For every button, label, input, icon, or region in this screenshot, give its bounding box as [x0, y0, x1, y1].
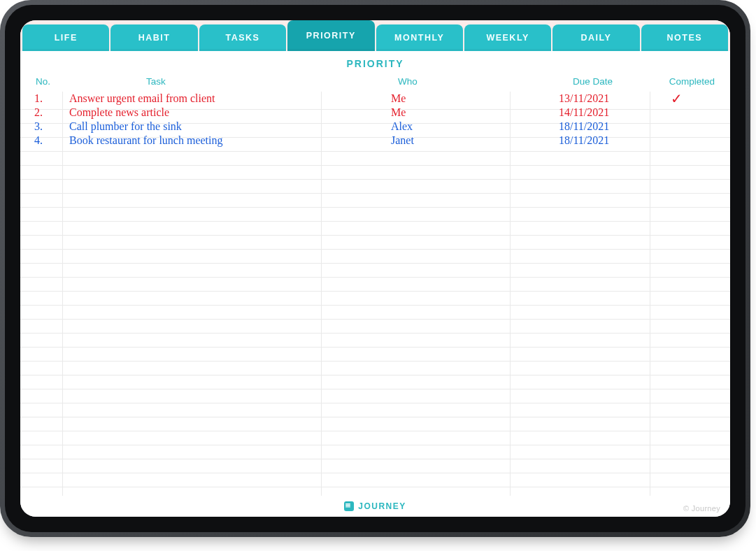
column-divider — [321, 92, 322, 496]
cell-due: 18/11/2021 — [559, 134, 609, 148]
page-body: PRIORITY No. Task Who Due Date Completed — [20, 51, 730, 517]
ipad-bezel: LIFE HABIT TASKS PRIORITY MONTHLY WEEKLY… — [5, 5, 746, 532]
tab-label: PRIORITY — [306, 31, 356, 41]
task-rows: 1. Answer urgent email from client Me 13… — [20, 92, 730, 148]
header-due: Due Date — [573, 76, 613, 87]
cell-who: Alex — [391, 120, 413, 134]
ruled-lines — [20, 96, 730, 496]
cell-no: 4. — [34, 134, 43, 148]
tab-tasks[interactable]: TASKS — [199, 24, 286, 51]
cell-who: Janet — [391, 134, 414, 148]
tab-life[interactable]: LIFE — [22, 24, 109, 51]
cell-no: 1. — [34, 92, 43, 106]
cell-task: Answer urgent email from client — [69, 92, 215, 106]
cell-who: Me — [391, 92, 406, 106]
cell-task: Book restaurant for lunch meeting — [69, 134, 223, 148]
journey-logo-icon — [344, 501, 354, 511]
cell-task: Call plumber for the sink — [69, 120, 182, 134]
tab-label: HABIT — [138, 33, 171, 43]
header-task: Task — [146, 76, 166, 87]
cell-no: 2. — [34, 106, 43, 120]
column-divider — [510, 92, 511, 496]
tab-daily[interactable]: DAILY — [552, 24, 639, 51]
header-completed: Completed — [669, 76, 715, 87]
tab-habit[interactable]: HABIT — [110, 24, 197, 51]
cell-task: Complete news article — [69, 106, 169, 120]
tab-monthly[interactable]: MONTHLY — [376, 24, 463, 51]
column-divider — [62, 92, 63, 496]
column-divider — [650, 92, 650, 496]
footer: JOURNEY — [20, 499, 730, 514]
tab-label: DAILY — [581, 33, 612, 43]
column-headers: No. Task Who Due Date Completed — [20, 76, 730, 92]
tab-label: LIFE — [55, 33, 78, 43]
cell-due: 14/11/2021 — [559, 106, 609, 120]
tab-bar: LIFE HABIT TASKS PRIORITY MONTHLY WEEKLY… — [20, 20, 730, 51]
task-row: 4. Book restaurant for lunch meeting Jan… — [20, 134, 730, 148]
cell-completed-check-icon: ✓ — [671, 92, 683, 106]
cell-due: 18/11/2021 — [559, 120, 609, 134]
cell-who: Me — [391, 106, 406, 120]
tab-label: MONTHLY — [394, 33, 444, 43]
footer-brand: JOURNEY — [358, 501, 406, 511]
task-row: 3. Call plumber for the sink Alex 18/11/… — [20, 120, 730, 134]
tab-label: WEEKLY — [486, 33, 529, 43]
tab-priority[interactable]: PRIORITY — [287, 20, 374, 51]
page-title: PRIORITY — [20, 51, 730, 73]
header-no: No. — [36, 76, 50, 87]
footer-copyright: © Journey — [683, 504, 720, 513]
tab-label: TASKS — [225, 33, 259, 43]
tab-weekly[interactable]: WEEKLY — [464, 24, 551, 51]
ipad-frame: LIFE HABIT TASKS PRIORITY MONTHLY WEEKLY… — [0, 0, 750, 537]
task-row: 2. Complete news article Me 14/11/2021 — [20, 106, 730, 120]
screen: LIFE HABIT TASKS PRIORITY MONTHLY WEEKLY… — [20, 20, 730, 517]
cell-no: 3. — [34, 120, 43, 134]
cell-due: 13/11/2021 — [559, 92, 609, 106]
task-row: 1. Answer urgent email from client Me 13… — [20, 92, 730, 106]
tab-label: NOTES — [667, 33, 703, 43]
header-who: Who — [398, 76, 418, 87]
tab-notes[interactable]: NOTES — [641, 24, 728, 51]
